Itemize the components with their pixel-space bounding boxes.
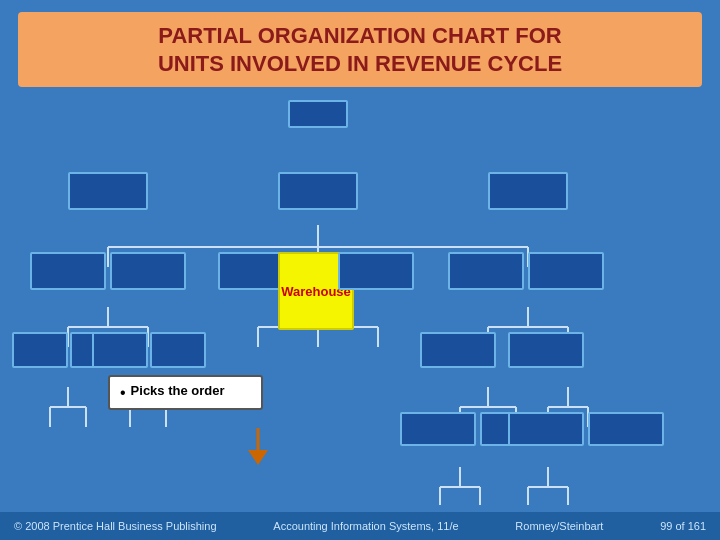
callout-text: Picks the order: [131, 383, 225, 398]
l3-lrl-box: [92, 332, 148, 368]
footer-page: 99 of 161: [660, 520, 706, 532]
l3-rr-box: [508, 332, 584, 368]
l1-right-box: [488, 172, 568, 210]
l4-rrr-box: [588, 412, 664, 446]
svg-marker-44: [248, 450, 268, 465]
title-box: PARTIAL ORGANIZATION CHART FOR UNITS INV…: [18, 12, 702, 87]
l2-ll-box: [30, 252, 106, 290]
l2-lr-box: [110, 252, 186, 290]
l2-cr-box: [338, 252, 414, 290]
callout-bullet: •: [120, 383, 126, 402]
l3-lll-box: [12, 332, 68, 368]
l3-rl-box: [420, 332, 496, 368]
root-box: [288, 100, 348, 128]
footer: © 2008 Prentice Hall Business Publishing…: [0, 512, 720, 540]
footer-center: Accounting Information Systems, 11/e: [273, 520, 458, 532]
l1-left-box: [68, 172, 148, 210]
l3-lrr-box: [150, 332, 206, 368]
title-text: PARTIAL ORGANIZATION CHART FOR UNITS INV…: [34, 22, 686, 77]
title-line2: UNITS INVOLVED IN REVENUE CYCLE: [158, 51, 562, 76]
callout-box: • Picks the order: [108, 375, 263, 410]
l2-rr-box: [528, 252, 604, 290]
footer-left: © 2008 Prentice Hall Business Publishing: [14, 520, 217, 532]
l1-center-box: [278, 172, 358, 210]
title-line1: PARTIAL ORGANIZATION CHART FOR: [158, 23, 561, 48]
l4-rl-box: [400, 412, 476, 446]
footer-right: Romney/Steinbart: [515, 520, 603, 532]
l2-rl-box: [448, 252, 524, 290]
l4-rr-box: [508, 412, 584, 446]
